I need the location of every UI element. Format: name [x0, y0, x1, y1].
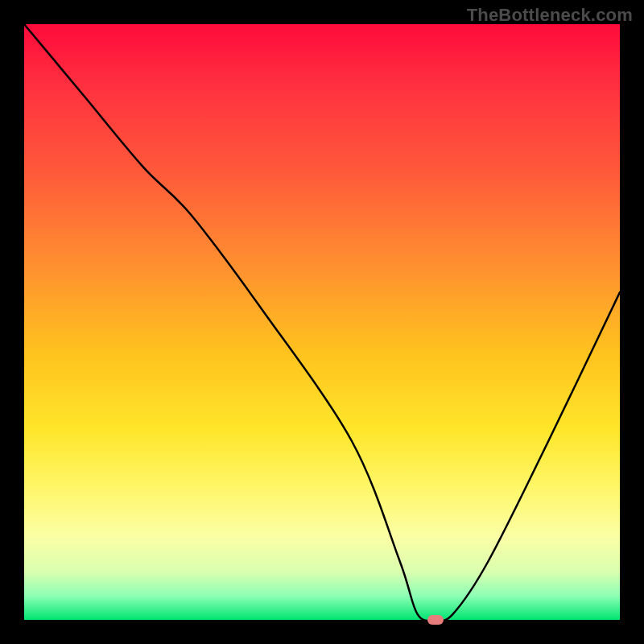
chart-wrap: TheBottleneck.com	[0, 0, 644, 644]
plot-area	[24, 24, 620, 620]
optimal-point-marker	[427, 615, 444, 625]
attribution-label: TheBottleneck.com	[467, 5, 633, 26]
bottleneck-curve	[24, 24, 620, 620]
